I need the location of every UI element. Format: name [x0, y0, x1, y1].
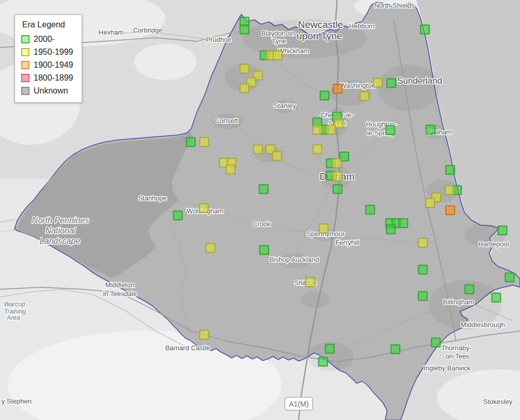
era-marker-1950[interactable] — [273, 152, 282, 161]
era-marker-2000[interactable] — [259, 185, 268, 194]
place-label: in Teesdale — [103, 290, 137, 298]
era-marker-1950[interactable] — [200, 138, 209, 147]
place-label: Bishop Auckland — [269, 256, 319, 263]
era-marker-1950[interactable] — [333, 159, 342, 168]
place-label: Billingham — [443, 298, 474, 306]
era-marker-1950[interactable] — [446, 186, 454, 195]
place-label: Prudhoe — [206, 36, 231, 43]
era-marker-2000[interactable] — [387, 225, 395, 234]
legend-swatch — [21, 48, 29, 56]
era-marker-2000[interactable] — [260, 246, 269, 255]
era-marker-2000[interactable] — [465, 285, 474, 294]
place-label: Landscape — [40, 237, 80, 245]
legend-item-unknown: Unknown — [21, 84, 73, 97]
place-label: Sunderland — [397, 76, 442, 86]
era-marker-1900[interactable] — [446, 206, 455, 215]
era-marker-1950[interactable] — [333, 172, 342, 181]
era-marker-1950[interactable] — [226, 165, 235, 174]
era-marker-1950[interactable] — [200, 331, 209, 339]
place-label: Thornaby- — [441, 344, 471, 352]
legend-label: 1900-1949 — [34, 60, 73, 70]
legend-title: Era Legend — [22, 20, 73, 29]
legend-item-2000-: 2000- — [21, 33, 73, 45]
legend-item-1800-1899: 1800-1899 — [21, 71, 73, 84]
era-marker-1950[interactable] — [240, 84, 249, 93]
era-marker-2000[interactable] — [386, 126, 395, 135]
era-marker-2000[interactable] — [187, 138, 195, 147]
era-marker-1950[interactable] — [319, 224, 328, 233]
place-label: y Stephen — [2, 397, 32, 405]
place-label: Blaydon on — [261, 29, 295, 37]
era-marker-2000[interactable] — [399, 219, 408, 228]
place-label: Stanhope — [138, 194, 167, 202]
place-label: Middlesbrough — [461, 321, 504, 329]
era-marker-2000[interactable] — [421, 25, 430, 34]
place-label: Warcop — [4, 301, 25, 308]
era-marker-1900[interactable] — [333, 85, 342, 94]
era-marker-1950[interactable] — [254, 145, 263, 154]
place-label: National — [45, 226, 76, 235]
legend-label: 2000- — [34, 35, 55, 44]
place-label: Stanley — [273, 102, 296, 110]
era-marker-1950[interactable] — [313, 126, 322, 134]
era-marker-1950[interactable] — [306, 278, 315, 287]
legend-swatch — [21, 74, 29, 82]
era-marker-2000[interactable] — [240, 25, 249, 34]
place-label: Corbridge — [133, 26, 162, 34]
place-label: Whickham — [278, 47, 310, 55]
era-marker-2000[interactable] — [174, 211, 182, 220]
legend-label: Unknown — [34, 86, 68, 96]
legend-swatch — [21, 35, 29, 43]
era-marker-2000[interactable] — [326, 345, 334, 353]
era-marker-2000[interactable] — [506, 273, 514, 282]
era-marker-1950[interactable] — [374, 79, 383, 87]
era-marker-1950[interactable] — [360, 92, 369, 101]
era-marker-2000[interactable] — [387, 79, 396, 88]
place-label: Tyne — [272, 37, 286, 45]
era-marker-2000[interactable] — [419, 266, 427, 274]
era-marker-2000[interactable] — [426, 126, 435, 134]
road-shield-label: A1(M) — [289, 400, 309, 408]
place-label: Hebburn — [349, 22, 375, 30]
era-marker-2000[interactable] — [432, 338, 440, 347]
legend-label: 1800-1899 — [34, 73, 73, 83]
era-marker-2000[interactable] — [498, 226, 507, 235]
place-label: Washington — [340, 82, 375, 89]
era-marker-2000[interactable] — [333, 185, 342, 194]
legend-item-1950-1999: 1950-1999 — [21, 45, 73, 58]
place-label: Ferryhill — [335, 239, 359, 246]
legend-item-1900-1949: 1900-1949 — [21, 58, 73, 71]
legend-swatch — [21, 87, 29, 95]
era-marker-2000[interactable] — [446, 166, 455, 175]
era-marker-2000[interactable] — [320, 91, 329, 100]
map-canvas[interactable]: A1(M)North ShieldsNewcastleupon TyneHebb… — [0, 0, 520, 420]
place-label: on-Tees — [446, 352, 470, 360]
place-label: Ingleby Barwick — [423, 364, 471, 372]
place-label: Hexham — [99, 28, 124, 36]
era-marker-2000[interactable] — [419, 292, 427, 301]
era-marker-2000[interactable] — [366, 206, 375, 214]
place-label: Middleton — [105, 281, 134, 289]
era-marker-2000[interactable] — [492, 293, 501, 302]
light-terrain-patch — [134, 44, 196, 80]
era-marker-1950[interactable] — [273, 51, 282, 60]
place-label: upon Tyne — [297, 30, 342, 41]
place-label: Newcastle — [298, 19, 343, 30]
legend-label: 1950-1999 — [34, 48, 73, 57]
place-label: Consett — [215, 117, 238, 125]
legend-swatch — [21, 61, 29, 69]
era-marker-1950[interactable] — [240, 65, 249, 73]
era-marker-2000[interactable] — [391, 345, 400, 354]
era-marker-1950[interactable] — [419, 239, 427, 247]
era-marker-1950[interactable] — [200, 204, 208, 213]
era-marker-1950[interactable] — [327, 126, 335, 134]
era-marker-1950[interactable] — [313, 145, 322, 154]
legend-items: 2000-1950-19991900-19491800-1899Unknown — [21, 33, 73, 97]
place-label: Area — [6, 314, 20, 321]
place-label: Stokesley — [483, 398, 513, 406]
era-marker-2000[interactable] — [319, 357, 328, 366]
place-label: Barnard Castle — [165, 344, 210, 352]
place-label: Crook — [253, 220, 271, 228]
era-marker-1950[interactable] — [426, 199, 435, 208]
era-marker-1950[interactable] — [206, 244, 215, 253]
